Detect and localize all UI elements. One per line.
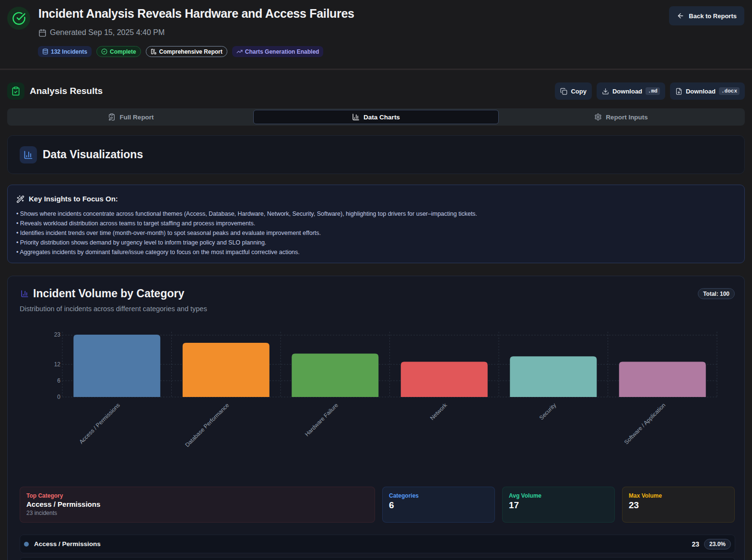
- svg-text:6: 6: [57, 377, 60, 384]
- svg-text:0: 0: [57, 394, 60, 400]
- svg-text:12: 12: [54, 361, 61, 368]
- svg-text:23: 23: [54, 331, 61, 338]
